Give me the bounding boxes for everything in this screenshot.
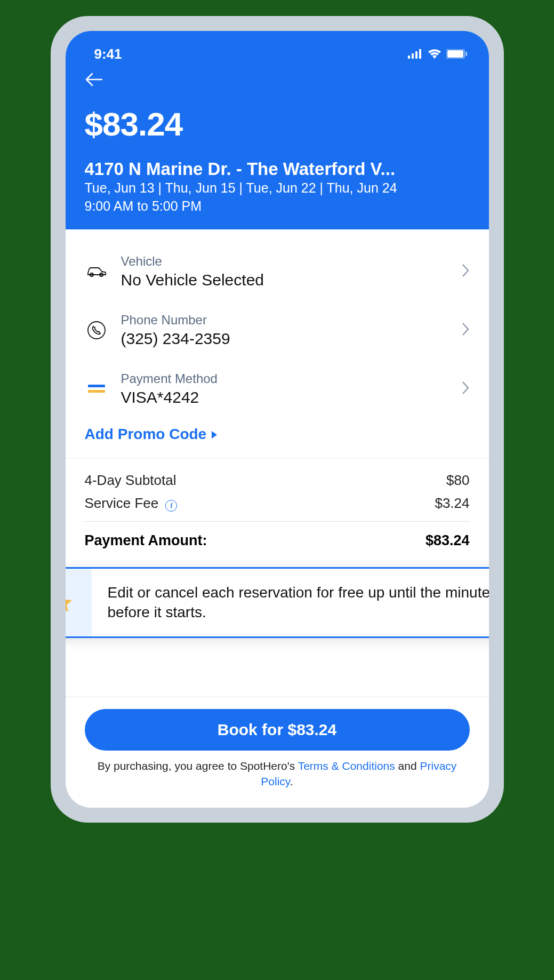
chevron-right-icon xyxy=(461,380,470,397)
fee-value: $3.24 xyxy=(435,495,469,512)
spacer xyxy=(66,654,489,697)
svg-rect-10 xyxy=(88,385,105,387)
checkout-content: Vehicle No Vehicle Selected Phone Number… xyxy=(66,229,489,808)
vehicle-row[interactable]: Vehicle No Vehicle Selected xyxy=(85,242,470,301)
checkout-footer: Book for $83.24 By purchasing, you agree… xyxy=(66,697,489,808)
total-value: $83.24 xyxy=(425,532,470,549)
svg-rect-6 xyxy=(465,52,467,56)
status-bar: 9:41 xyxy=(85,46,470,62)
phone-frame: 9:41 $83.24 4170 N Marine Dr. - T xyxy=(51,16,504,823)
legal-text: By purchasing, you agree to SpotHero's T… xyxy=(85,758,470,790)
svg-rect-11 xyxy=(88,390,105,393)
triangle-right-icon xyxy=(211,426,218,443)
svg-rect-3 xyxy=(419,49,421,59)
svg-point-9 xyxy=(88,322,105,339)
legal-period: . xyxy=(290,775,293,787)
vehicle-label: Vehicle xyxy=(121,254,448,269)
phone-row[interactable]: Phone Number (325) 234-2359 xyxy=(85,301,470,360)
details-list: Vehicle No Vehicle Selected Phone Number… xyxy=(66,229,489,458)
payment-value: VISA*4242 xyxy=(121,388,448,407)
svg-rect-5 xyxy=(447,50,463,58)
add-promo-button[interactable]: Add Promo Code xyxy=(85,418,470,458)
header-dates: Tue, Jun 13 | Thu, Jun 15 | Tue, Jun 22 … xyxy=(85,179,470,197)
price-summary: 4-Day Subtotal $80 Service Fee i $3.24 P… xyxy=(66,458,489,563)
payment-row[interactable]: Payment Method VISA*4242 xyxy=(85,360,470,418)
chevron-right-icon xyxy=(461,322,470,339)
chevron-right-icon xyxy=(461,263,470,280)
legal-prefix: By purchasing, you agree to SpotHero's xyxy=(98,760,298,772)
legal-and: and xyxy=(395,760,420,772)
header-time-range: 9:00 AM to 5:00 PM xyxy=(85,197,470,216)
svg-rect-1 xyxy=(412,53,414,59)
payment-label: Payment Method xyxy=(121,371,448,386)
svg-rect-2 xyxy=(415,51,417,59)
cellular-icon xyxy=(408,46,423,62)
status-time: 9:41 xyxy=(94,46,122,62)
phone-value: (325) 234-2359 xyxy=(121,330,448,348)
subtotal-label: 4-Day Subtotal xyxy=(85,472,176,489)
battery-icon xyxy=(446,46,468,62)
fee-label: Service Fee xyxy=(85,495,159,511)
svg-rect-0 xyxy=(408,55,410,59)
wifi-icon xyxy=(427,46,442,62)
book-button[interactable]: Book for $83.24 xyxy=(85,709,470,751)
back-button[interactable] xyxy=(85,72,470,89)
header-price: $83.24 xyxy=(85,105,470,143)
promo-label: Add Promo Code xyxy=(85,426,207,443)
total-label: Payment Amount: xyxy=(85,532,207,549)
checkout-header: 9:41 $83.24 4170 N Marine Dr. - T xyxy=(66,31,489,229)
header-location: 4170 N Marine Dr. - The Waterford V... xyxy=(85,159,470,179)
credit-card-icon xyxy=(85,383,108,395)
service-fee-row: Service Fee i $3.24 xyxy=(85,492,470,522)
phone-label: Phone Number xyxy=(121,313,448,328)
car-icon xyxy=(85,265,108,278)
callout-text: Edit or cancel each reservation for free… xyxy=(92,569,489,637)
phone-icon xyxy=(85,321,108,340)
status-icons xyxy=(408,46,468,62)
vehicle-value: No Vehicle Selected xyxy=(121,271,448,289)
subtotal-row: 4-Day Subtotal $80 xyxy=(85,469,470,492)
subtotal-value: $80 xyxy=(446,472,469,489)
terms-link[interactable]: Terms & Conditions xyxy=(298,760,395,772)
total-row: Payment Amount: $83.24 xyxy=(85,522,470,559)
cancellation-callout: Edit or cancel each reservation for free… xyxy=(66,567,489,639)
app-screen: 9:41 $83.24 4170 N Marine Dr. - T xyxy=(66,31,489,808)
star-icon xyxy=(66,569,92,637)
info-icon[interactable]: i xyxy=(165,500,177,512)
callout-container: Edit or cancel each reservation for free… xyxy=(66,567,489,655)
